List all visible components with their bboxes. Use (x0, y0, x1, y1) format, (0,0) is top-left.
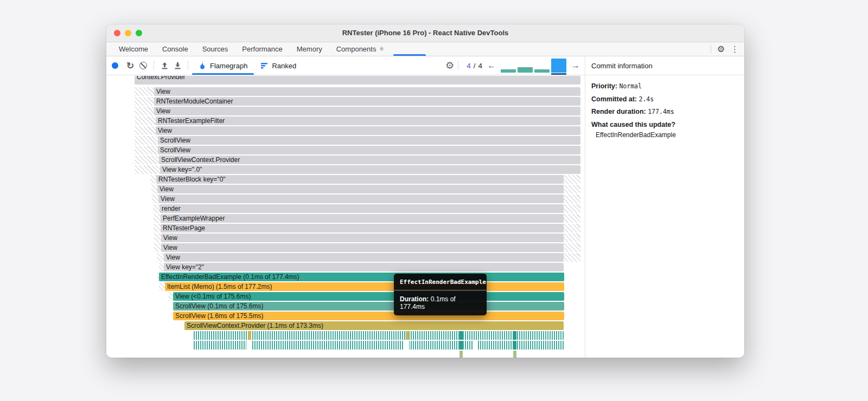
commit-bar-1[interactable] (501, 69, 516, 73)
flame-bar-label: View (<0.1ms of 175.6ms) (173, 292, 564, 301)
flame-bar[interactable]: PerfExampleWrapper (161, 214, 564, 223)
hatch-region (135, 165, 160, 174)
hatch-region (154, 224, 161, 232)
flame-bar[interactable]: RNTesterExampleFilter (156, 117, 580, 125)
flame-dense-row[interactable] (194, 331, 564, 340)
commit-current: 4 (467, 62, 471, 70)
next-commit-arrow-icon[interactable]: → (571, 56, 580, 75)
flame-bar-label: render (159, 204, 564, 213)
tab-label: Console (162, 45, 188, 53)
settings-gear-icon[interactable]: ⚙ (717, 45, 725, 54)
flame-bar-label: View (161, 243, 564, 252)
clear-profile-icon[interactable] (137, 56, 150, 75)
update-cause-value[interactable]: EffectInRenderBadExample (591, 131, 738, 139)
tab-ranked[interactable]: Ranked (254, 56, 303, 75)
reload-and-profile-icon[interactable]: ↻ (124, 56, 137, 75)
flame-bar[interactable]: ScrollView (1.6ms of 175.5ms) (173, 312, 564, 320)
flame-bar-small[interactable] (459, 341, 463, 350)
tab-label: Components (336, 45, 376, 53)
commit-separator: / (474, 62, 476, 70)
flame-bar[interactable]: EffectInRenderBadExample (0.1ms of 177.4… (159, 273, 564, 281)
hatch-region (564, 234, 580, 242)
hatch-region (152, 195, 158, 203)
dense-gap (474, 340, 477, 350)
commit-counter: 4 / 4 (467, 62, 482, 70)
more-menu-icon[interactable]: ⋮ (731, 45, 739, 53)
tab-flamegraph-label: Flamegraph (210, 62, 247, 70)
flame-bar[interactable]: View (158, 195, 564, 203)
commit-selector[interactable] (501, 56, 566, 75)
tab-flamegraph[interactable]: Flamegraph (192, 56, 254, 75)
commit-bar-4-selected[interactable] (551, 59, 566, 73)
flame-bar-label: ScrollView (1.6ms of 175.5ms) (173, 312, 564, 320)
flame-bar[interactable]: View (161, 234, 564, 242)
tab-memory[interactable]: Memory (290, 42, 329, 56)
flame-bar-small[interactable] (459, 331, 463, 340)
flame-dense-row[interactable] (194, 341, 564, 350)
hatch-region (564, 253, 580, 262)
hatch-region (564, 243, 580, 252)
tab-welcome[interactable]: Welcome (112, 42, 155, 56)
flame-bar[interactable]: View (164, 253, 564, 262)
flame-bar[interactable]: View key="2" (164, 263, 564, 271)
render-duration-line: Render duration: 177.4ms (591, 108, 738, 115)
flame-bar[interactable]: RNTesterModuleContainer (154, 97, 580, 106)
flame-bar[interactable]: ScrollView (0.1ms of 175.6ms) (173, 302, 564, 311)
commit-bar-3[interactable] (534, 69, 550, 73)
export-profile-icon[interactable] (171, 56, 184, 75)
commit-info-panel: Commit information Priority: Normal Comm… (585, 56, 744, 358)
tooltip-component-name: EffectInRenderBadExample (394, 274, 487, 290)
tab-sources[interactable]: Sources (195, 42, 235, 56)
commit-info-header: Commit information (585, 56, 744, 75)
flame-bar-label: RNTesterModuleContainer (154, 97, 580, 106)
profiler-settings-icon[interactable]: ⚙ (445, 56, 454, 75)
previous-commit-arrow-icon[interactable]: ← (487, 56, 496, 75)
flame-bar[interactable]: RNTesterPage (161, 224, 564, 232)
flame-bar[interactable]: ScrollView (158, 146, 580, 154)
tab-console[interactable]: Console (155, 42, 195, 56)
flame-bar[interactable]: Context.Provider (135, 76, 580, 85)
flame-bar[interactable]: View (157, 185, 564, 193)
flame-bar[interactable]: ScrollViewContext.Provider (1.1ms of 173… (184, 321, 564, 330)
flame-bar-tiny[interactable] (459, 351, 463, 358)
flame-bar-tiny[interactable] (513, 351, 516, 358)
flame-bar[interactable]: View key=".0" (160, 165, 580, 174)
import-profile-icon[interactable] (158, 56, 171, 75)
flame-bar-label: EffectInRenderBadExample (0.1ms of 177.4… (159, 273, 564, 281)
flame-bar[interactable]: render (159, 204, 564, 213)
flame-bar[interactable]: View (154, 87, 580, 96)
hatch-region (135, 117, 156, 125)
commit-total: 4 (478, 62, 482, 70)
flame-bar[interactable]: ItemList (Memo) (1.5ms of 177.2ms) (165, 282, 564, 291)
tab-performance[interactable]: Performance (235, 42, 289, 56)
tab-components[interactable]: Components⚛ (329, 42, 392, 56)
flame-bar-small[interactable] (513, 341, 516, 350)
commit-bar-2[interactable] (518, 67, 533, 73)
flame-bar[interactable]: RNTesterBlock key="0" (156, 175, 564, 184)
flame-bar-small[interactable] (513, 331, 516, 340)
flame-bar[interactable]: View (<0.1ms of 175.6ms) (173, 292, 564, 301)
flame-bar-label: RNTesterExampleFilter (156, 117, 580, 125)
hatch-region (135, 126, 156, 135)
hatch-region (154, 243, 161, 252)
tooltip-duration: Duration: 0.1ms of 177.4ms (394, 290, 487, 315)
flame-bar[interactable]: ScrollView (158, 136, 580, 145)
flame-bar[interactable]: View (156, 126, 580, 135)
flame-bar[interactable]: ScrollViewContext.Provider (159, 156, 580, 164)
flame-bar-label: View (154, 107, 580, 115)
flame-bar[interactable]: View (154, 107, 580, 115)
react-atom-icon: ⚛ (379, 46, 384, 52)
hatch-region (154, 214, 161, 223)
hatch-region (135, 107, 154, 115)
flame-bar[interactable]: View (161, 243, 564, 252)
tooltip-duration-label: Duration: (400, 295, 429, 303)
flame-bar-small[interactable] (248, 331, 251, 340)
flame-bar-small[interactable] (406, 331, 409, 340)
render-duration-value: 177.4ms (648, 108, 674, 115)
record-button[interactable] (112, 62, 118, 69)
dense-gap (403, 340, 409, 350)
flamegraph: EffectInRenderBadExample Duration: 0.1ms… (106, 75, 585, 358)
tab-label: Memory (297, 45, 322, 53)
tab-label: Welcome (119, 45, 148, 53)
tab-profiler[interactable] (391, 42, 428, 56)
